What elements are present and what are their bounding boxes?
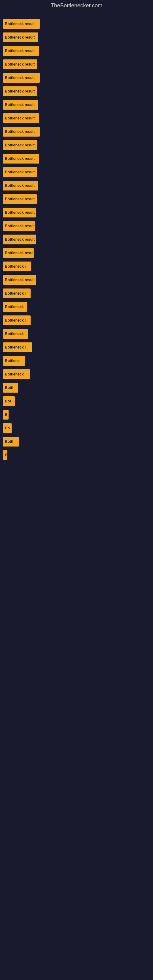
bar-row: Bottleneck result <box>3 179 150 192</box>
bottleneck-bar: Bottleneck r <box>3 288 30 298</box>
bottleneck-bar: Bottl <box>3 437 19 447</box>
bar-row: Bottleneck result <box>3 152 150 165</box>
bottleneck-bar: Bottleneck <box>3 369 30 379</box>
bar-row: Bottleneck <box>3 368 150 381</box>
bar-row: Bottlene <box>3 354 150 367</box>
chart-area: Bottleneck resultBottleneck resultBottle… <box>0 11 153 468</box>
bottleneck-bar: Bottleneck r <box>3 261 31 271</box>
bottleneck-bar: Bottleneck result <box>3 235 36 244</box>
bar-row: Bottleneck <box>3 328 150 340</box>
bar-row: B <box>3 449 150 461</box>
bottleneck-bar: Bottleneck result <box>3 100 38 110</box>
bottleneck-bar: Bottleneck result <box>3 181 38 191</box>
bar-row: Bottleneck result <box>3 166 150 178</box>
bar-row: Bottleneck result <box>3 45 150 57</box>
bottleneck-bar: Bottlene <box>3 356 25 366</box>
bar-row: Bottleneck r <box>3 287 150 300</box>
bar-row: Bottleneck result <box>3 233 150 246</box>
bar-row: Bottl <box>3 435 150 448</box>
bar-row: Bottleneck result <box>3 206 150 219</box>
bottleneck-bar: Bottleneck result <box>3 73 40 83</box>
bottleneck-bar: Bo <box>3 423 12 433</box>
bottleneck-bar: Bottleneck r <box>3 315 30 325</box>
bar-row: B <box>3 408 150 421</box>
bottleneck-bar: Bottl <box>3 383 18 393</box>
bottleneck-bar: Bottleneck result <box>3 140 37 150</box>
bottleneck-bar: Bottleneck result <box>3 275 36 285</box>
bar-row: Bottleneck result <box>3 139 150 151</box>
bar-row: Bo <box>3 422 150 434</box>
bottleneck-bar: Bottleneck result <box>3 32 38 42</box>
bottleneck-bar: Bot <box>3 396 15 406</box>
bottleneck-bar: Bottleneck result <box>3 167 37 177</box>
bottleneck-bar: Bottleneck result <box>3 221 35 231</box>
bottleneck-bar: Bottleneck result <box>3 19 40 29</box>
bar-row: Bottleneck r <box>3 314 150 327</box>
bar-row: Bottleneck result <box>3 192 150 205</box>
bar-row: Bottleneck result <box>3 72 150 84</box>
bar-row: Bottleneck result <box>3 98 150 111</box>
bottleneck-bar: B <box>3 410 9 420</box>
bar-row: Bottleneck r <box>3 260 150 273</box>
bottleneck-bar: Bottleneck result <box>3 113 39 123</box>
bottleneck-bar: Bottleneck result <box>3 46 39 56</box>
bottleneck-bar: Bottleneck result <box>3 86 37 96</box>
site-title: TheBottlenecker.com <box>0 0 153 11</box>
bar-row: Bottleneck result <box>3 58 150 71</box>
bottleneck-bar: Bottleneck result <box>3 59 37 69</box>
bottleneck-bar: Bottleneck result <box>3 208 36 218</box>
bar-row: Bottleneck result <box>3 274 150 286</box>
bottleneck-bar: Bottleneck result <box>3 248 33 258</box>
bar-row: Bottleneck result <box>3 220 150 232</box>
bar-row: Bottl <box>3 381 150 394</box>
bars-container: Bottleneck resultBottleneck resultBottle… <box>3 14 150 465</box>
bar-row: Bottleneck result <box>3 85 150 98</box>
bar-row: Bottleneck result <box>3 247 150 259</box>
bar-row: Bottleneck <box>3 301 150 313</box>
bar-row: Bottleneck result <box>3 112 150 125</box>
bottleneck-bar: Bottleneck result <box>3 194 37 204</box>
bottleneck-bar: Bottleneck result <box>3 154 39 164</box>
bar-row: Bottleneck r <box>3 341 150 354</box>
bar-row: Bottleneck result <box>3 18 150 30</box>
bar-row: Bottleneck result <box>3 31 150 44</box>
bottleneck-bar: Bottleneck result <box>3 127 40 137</box>
bottleneck-bar: Bottleneck <box>3 302 27 312</box>
bottleneck-bar: Bottleneck <box>3 329 28 339</box>
bar-row: Bottleneck result <box>3 125 150 138</box>
bottleneck-bar: B <box>3 450 7 460</box>
bar-row: Bot <box>3 395 150 407</box>
bottleneck-bar: Bottleneck r <box>3 342 32 352</box>
